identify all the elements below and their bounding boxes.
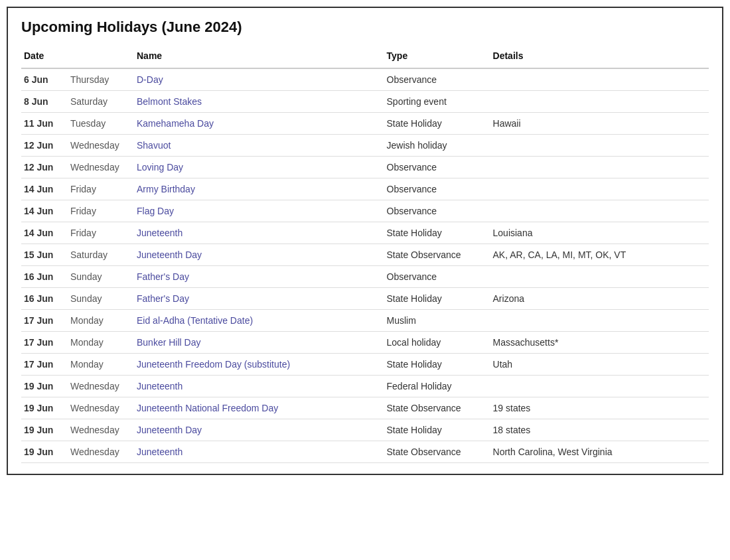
table-row: 6 JunThursdayD-DayObservance <box>21 68 709 91</box>
row-date: 16 Jun <box>21 288 68 310</box>
row-date: 15 Jun <box>21 244 68 266</box>
table-row: 14 JunFridayJuneteenthState HolidayLouis… <box>21 222 709 244</box>
row-day: Tuesday <box>68 113 134 135</box>
row-date: 12 Jun <box>21 135 68 157</box>
row-details <box>490 376 709 397</box>
row-name[interactable]: Shavuot <box>134 135 384 157</box>
row-details: North Carolina, West Virginia <box>490 441 709 463</box>
col-header-type: Type <box>384 46 490 68</box>
row-type: Muslim <box>384 310 490 332</box>
row-name[interactable]: Father's Day <box>134 288 384 310</box>
row-name[interactable]: Loving Day <box>134 157 384 178</box>
row-name[interactable]: Juneteenth <box>134 376 384 397</box>
row-day: Friday <box>68 200 134 222</box>
row-details: Arizona <box>490 288 709 310</box>
row-date: 19 Jun <box>21 397 68 419</box>
row-date: 17 Jun <box>21 354 68 376</box>
row-day: Sunday <box>68 266 134 288</box>
row-type: State Holiday <box>384 222 490 244</box>
table-row: 19 JunWednesdayJuneteenth DayState Holid… <box>21 419 709 441</box>
page-title: Upcoming Holidays (June 2024) <box>21 19 709 36</box>
row-type: Observance <box>384 157 490 178</box>
row-type: Observance <box>384 178 490 200</box>
row-name[interactable]: Juneteenth National Freedom Day <box>134 397 384 419</box>
row-type: State Holiday <box>384 419 490 441</box>
row-day: Monday <box>68 332 134 354</box>
main-container: Upcoming Holidays (June 2024) Date Name … <box>7 7 723 475</box>
row-name[interactable]: D-Day <box>134 68 384 91</box>
table-row: 17 JunMondayJuneteenth Freedom Day (subs… <box>21 354 709 376</box>
row-date: 11 Jun <box>21 113 68 135</box>
row-name[interactable]: Juneteenth Freedom Day (substitute) <box>134 354 384 376</box>
table-row: 8 JunSaturdayBelmont StakesSporting even… <box>21 91 709 113</box>
row-day: Monday <box>68 354 134 376</box>
row-date: 14 Jun <box>21 200 68 222</box>
row-date: 17 Jun <box>21 332 68 354</box>
col-header-details: Details <box>490 46 709 68</box>
row-day: Thursday <box>68 68 134 91</box>
row-name[interactable]: Kamehameha Day <box>134 113 384 135</box>
holidays-table: Date Name Type Details 6 JunThursdayD-Da… <box>21 46 709 463</box>
row-type: State Holiday <box>384 288 490 310</box>
row-day: Saturday <box>68 244 134 266</box>
row-name[interactable]: Eid al-Adha (Tentative Date) <box>134 310 384 332</box>
table-row: 19 JunWednesdayJuneteenthFederal Holiday <box>21 376 709 397</box>
row-day: Friday <box>68 222 134 244</box>
row-type: Sporting event <box>384 91 490 113</box>
row-name[interactable]: Army Birthday <box>134 178 384 200</box>
table-row: 14 JunFridayArmy BirthdayObservance <box>21 178 709 200</box>
row-day: Saturday <box>68 91 134 113</box>
table-row: 16 JunSundayFather's DayObservance <box>21 266 709 288</box>
col-header-date: Date <box>21 46 68 68</box>
row-details <box>490 135 709 157</box>
row-type: Observance <box>384 266 490 288</box>
row-day: Wednesday <box>68 376 134 397</box>
row-details <box>490 266 709 288</box>
row-details: Utah <box>490 354 709 376</box>
row-details <box>490 91 709 113</box>
table-row: 17 JunMondayBunker Hill DayLocal holiday… <box>21 332 709 354</box>
row-type: Observance <box>384 68 490 91</box>
row-details: AK, AR, CA, LA, MI, MT, OK, VT <box>490 244 709 266</box>
row-type: State Observance <box>384 441 490 463</box>
row-day: Wednesday <box>68 419 134 441</box>
row-name[interactable]: Flag Day <box>134 200 384 222</box>
row-day: Wednesday <box>68 157 134 178</box>
table-row: 19 JunWednesdayJuneteenthState Observanc… <box>21 441 709 463</box>
row-details: Massachusetts* <box>490 332 709 354</box>
col-header-name: Name <box>134 46 384 68</box>
row-type: State Holiday <box>384 354 490 376</box>
row-type: Federal Holiday <box>384 376 490 397</box>
row-date: 14 Jun <box>21 222 68 244</box>
row-date: 12 Jun <box>21 157 68 178</box>
row-day: Monday <box>68 310 134 332</box>
row-type: Observance <box>384 200 490 222</box>
row-name[interactable]: Bunker Hill Day <box>134 332 384 354</box>
row-details: Louisiana <box>490 222 709 244</box>
table-row: 19 JunWednesdayJuneteenth National Freed… <box>21 397 709 419</box>
row-type: State Observance <box>384 397 490 419</box>
row-day: Wednesday <box>68 441 134 463</box>
row-details <box>490 157 709 178</box>
row-date: 14 Jun <box>21 178 68 200</box>
row-name[interactable]: Juneteenth Day <box>134 244 384 266</box>
row-name[interactable]: Juneteenth Day <box>134 419 384 441</box>
row-name[interactable]: Juneteenth <box>134 441 384 463</box>
table-row: 11 JunTuesdayKamehameha DayState Holiday… <box>21 113 709 135</box>
table-row: 12 JunWednesdayLoving DayObservance <box>21 157 709 178</box>
row-day: Friday <box>68 178 134 200</box>
row-day: Wednesday <box>68 135 134 157</box>
row-details: Hawaii <box>490 113 709 135</box>
row-day: Wednesday <box>68 397 134 419</box>
row-date: 19 Jun <box>21 441 68 463</box>
table-row: 17 JunMondayEid al-Adha (Tentative Date)… <box>21 310 709 332</box>
row-details <box>490 68 709 91</box>
row-date: 17 Jun <box>21 310 68 332</box>
row-name[interactable]: Juneteenth <box>134 222 384 244</box>
row-details <box>490 200 709 222</box>
row-details: 18 states <box>490 419 709 441</box>
row-name[interactable]: Father's Day <box>134 266 384 288</box>
row-name[interactable]: Belmont Stakes <box>134 91 384 113</box>
row-date: 19 Jun <box>21 419 68 441</box>
table-header-row: Date Name Type Details <box>21 46 709 68</box>
